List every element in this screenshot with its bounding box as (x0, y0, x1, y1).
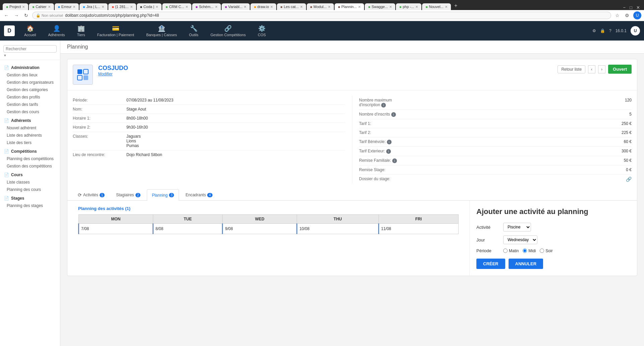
sidebar-item-gestion-cours[interactable]: Gestion des cours (0, 108, 60, 116)
tab-jira[interactable]: ■ Jira | L... ✕ (79, 3, 108, 10)
tab-close-icon[interactable]: ✕ (130, 5, 133, 9)
radio-midi-input[interactable] (523, 249, 527, 253)
profile-button[interactable]: U (633, 11, 641, 19)
sidebar-item-gestion-tarifs[interactable]: Gestion des tarifs (0, 101, 60, 108)
nav-gestion-competitions[interactable]: 🔗 Gestion Compétitions (208, 25, 248, 37)
info-icon-nb-max[interactable]: i (381, 103, 386, 108)
sidebar-item-gestion-categories[interactable]: Gestion des catégories (0, 86, 60, 93)
jour-select[interactable]: Monday Tuesday Wednesday Thursday Friday (503, 235, 537, 244)
activite-select[interactable]: Piscine Natation Judo Sport (503, 223, 531, 231)
tab-close-icon[interactable]: ✕ (22, 5, 25, 9)
tab-close-icon[interactable]: ✕ (156, 5, 158, 9)
tab-lescats[interactable]: ■ Les cat... ✕ (277, 3, 306, 10)
extensions-button[interactable]: ⚙ (624, 12, 631, 19)
tab-label: CRM C... (169, 5, 184, 9)
tab-close-icon[interactable]: ✕ (415, 5, 418, 9)
tab-close-icon[interactable]: ✕ (102, 5, 104, 9)
tab-variables[interactable]: ■ Variabl... ✕ (222, 3, 250, 10)
tab-close-icon[interactable]: ✕ (445, 5, 448, 9)
banques-icon: 🏦 (158, 25, 165, 32)
sidebar-item-planning-competitions[interactable]: Planning des compétitions (0, 155, 60, 162)
entity-edit-link[interactable]: Modifier (98, 72, 128, 76)
tab-modules[interactable]: ■ Modul... ✕ (307, 3, 334, 10)
sidebar-item-planning-stages[interactable]: Planning des stages (0, 202, 60, 209)
sidebar-item-gestion-organisateurs[interactable]: Gestion des organisateurs (0, 79, 60, 86)
sidebar-item-liste-adherents[interactable]: Liste des adhérents (0, 132, 60, 139)
radio-soir[interactable]: Soir (540, 249, 552, 253)
sidebar-item-nouvel-adherent[interactable]: Nouvel adhérent (0, 124, 60, 132)
next-entity-button[interactable]: › (598, 65, 605, 73)
new-tab-button[interactable]: + (452, 1, 460, 10)
bookmark-button[interactable]: ☆ (614, 12, 621, 19)
radio-soir-input[interactable] (540, 249, 544, 253)
detail-row-horaire2: Horaire 2: 9h30-16h30 (73, 123, 345, 132)
tab-close-icon[interactable]: ✕ (48, 5, 51, 9)
sidebar-item-gestion-lieux[interactable]: Gestion des lieux (0, 71, 60, 79)
radio-matin-input[interactable] (503, 249, 508, 253)
nav-cos[interactable]: ⚙️ COS (255, 25, 269, 37)
forward-button[interactable]: → (13, 12, 20, 19)
tab-swagger[interactable]: ■ Swagge... ✕ (365, 3, 395, 10)
annuler-button[interactable]: ANNULER (509, 259, 543, 269)
tab-erreur[interactable]: ■ Erreur ✕ (55, 3, 79, 10)
tab-label: draw.io (257, 5, 269, 9)
tab-close-icon[interactable]: ✕ (244, 5, 246, 9)
tab-crm[interactable]: ■ CRM C... ✕ (162, 3, 191, 10)
sidebar-item-liste-classes[interactable]: Liste classes (0, 179, 60, 186)
info-icon-familiale[interactable]: i (392, 158, 397, 163)
tab-coda[interactable]: ■ Coda | ✕ (137, 3, 162, 10)
tab-close-icon[interactable]: ✕ (185, 5, 188, 9)
nav-outils[interactable]: 🔧 Outils (186, 25, 201, 37)
search-input[interactable] (3, 45, 57, 53)
tab-close-icon[interactable]: ✕ (389, 5, 392, 9)
info-icon-exterieur[interactable]: i (386, 149, 391, 154)
tab-php[interactable]: ■ php -... ✕ (396, 3, 421, 10)
reload-button[interactable]: ↻ (23, 12, 30, 19)
app-logo[interactable]: D (4, 25, 15, 36)
tab-stagiaires[interactable]: Stagiaires 2 (111, 189, 145, 200)
back-button[interactable]: ← (3, 12, 10, 19)
tab-nouvel[interactable]: ■ Nouvel... ✕ (422, 3, 451, 10)
tab-planning-active[interactable]: ■ Plannin... ✕ (335, 3, 364, 10)
tab-close-icon[interactable]: ✕ (73, 5, 75, 9)
creer-button[interactable]: CRÉER (476, 259, 505, 269)
prev-entity-button[interactable]: ‹ (588, 65, 595, 73)
sidebar-item-planning-cours[interactable]: Planning des cours (0, 186, 60, 193)
tab-planning[interactable]: Planning 3 (147, 189, 179, 201)
dossier-link[interactable]: 🔗 (626, 177, 632, 182)
tab-encadrants[interactable]: Encadrants 4 (180, 189, 217, 200)
user-avatar[interactable]: U (631, 26, 640, 36)
sidebar-item-gestion-competitions[interactable]: Gestion des compétitions (0, 162, 60, 170)
nav-banques[interactable]: 🏦 Banques | Caisses (143, 25, 180, 37)
nav-accueil[interactable]: 🏠 Accueil (21, 25, 39, 37)
tab-mail[interactable]: ■ {1 281... ✕ (108, 3, 136, 10)
close-window-button[interactable]: ✕ (635, 5, 641, 10)
info-icon-nb-inscrits[interactable]: i (391, 112, 396, 117)
tab-cahier[interactable]: ■ Cahier ✕ (29, 3, 54, 10)
section-title-stages: Stages (11, 196, 24, 201)
sidebar-item-liste-tiers[interactable]: Liste des tiers (0, 139, 60, 146)
minimize-button[interactable]: − (622, 5, 627, 10)
radio-midi[interactable]: Midi (523, 249, 536, 253)
tab-close-icon[interactable]: ✕ (270, 5, 273, 9)
tab-drawio[interactable]: ■ draw.io ✕ (250, 3, 276, 10)
tab-activites[interactable]: ⟳ Activités 1 (73, 189, 110, 200)
settings-icon[interactable]: ⚙ (592, 28, 596, 33)
info-icon-benevole[interactable]: i (387, 140, 392, 144)
tab-close-icon[interactable]: ✕ (358, 5, 361, 9)
url-bar[interactable]: 🔒 Non sécurisé dolibarr.cosjudo/custom/c… (32, 12, 611, 19)
nav-tiers[interactable]: 🏢 Tiers (74, 25, 88, 37)
nav-adherents[interactable]: 👤 Adhérents (45, 25, 67, 37)
tab-close-icon[interactable]: ✕ (300, 5, 303, 9)
radio-matin[interactable]: Matin (503, 249, 519, 253)
tab-schema[interactable]: ■ Schém... ✕ (192, 3, 221, 10)
tab-close-icon[interactable]: ✕ (215, 5, 218, 9)
retour-liste-button[interactable]: Retour liste (558, 65, 585, 73)
tab-project[interactable]: ■ Project ✕ (3, 3, 28, 10)
maximize-button[interactable]: □ (628, 5, 634, 10)
sidebar-item-gestion-profils[interactable]: Gestion des profils (0, 93, 60, 101)
help-icon[interactable]: ? (609, 28, 611, 33)
nav-facturation[interactable]: 💳 Facturation | Paiement (95, 25, 137, 37)
tab-close-icon[interactable]: ✕ (328, 5, 331, 9)
lock-icon[interactable]: 🔒 (600, 28, 605, 33)
